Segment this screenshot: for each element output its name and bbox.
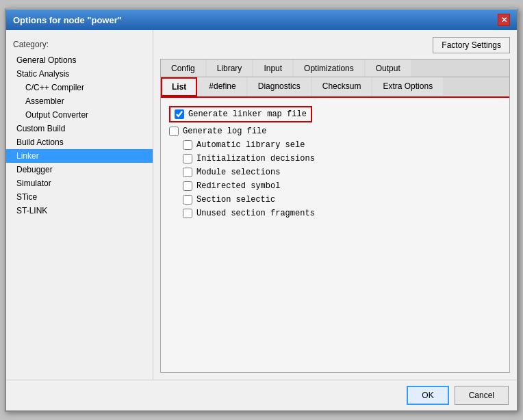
dialog: Options for node "power" ✕ Category: Gen…	[5, 8, 518, 412]
sidebar-item-assembler[interactable]: Assembler	[6, 94, 153, 108]
sub-option-label: Section selectic	[196, 195, 275, 205]
tab-library[interactable]: Library	[207, 60, 253, 77]
sidebar-item-simulator[interactable]: Simulator	[6, 176, 153, 190]
cancel-button[interactable]: Cancel	[455, 386, 509, 405]
tab-content: Generate linker map fileGenerate log fil…	[161, 98, 509, 372]
sub-option-automatic-library-sele: Automatic library sele	[183, 140, 501, 150]
generate-map-checkbox[interactable]	[175, 109, 184, 119]
sidebar-item-static-analysis[interactable]: Static Analysis	[6, 67, 153, 81]
sidebar-item-st-link[interactable]: ST-LINK	[6, 204, 153, 218]
title-bar: Options for node "power" ✕	[6, 10, 517, 30]
dialog-footer: OK Cancel	[6, 380, 517, 410]
sidebar-item-stice[interactable]: STice	[6, 190, 153, 204]
sub-option-checkbox[interactable]	[183, 154, 192, 163]
generate-log-label: Generate log file	[183, 127, 266, 136]
generate-log-row: Generate log file	[169, 127, 501, 136]
sidebar-item-debugger[interactable]: Debugger	[6, 163, 153, 176]
sub-option-initialization-decisions: Initialization decisions	[183, 154, 501, 163]
sub-option-checkbox[interactable]	[183, 140, 192, 150]
sidebar-item-general-options[interactable]: General Options	[6, 53, 153, 67]
tab-input[interactable]: Input	[253, 60, 292, 77]
category-label: Category:	[6, 37, 153, 53]
content-panel: ConfigLibraryInputOptimizationsOutput Li…	[160, 59, 510, 373]
generate-log-checkbox[interactable]	[169, 127, 179, 136]
sub-option-unused-section-fragments: Unused section fragments	[183, 209, 501, 218]
tab-config[interactable]: Config	[161, 60, 205, 77]
tab-checksum[interactable]: Checksum	[312, 77, 372, 96]
sub-option-label: Unused section fragments	[196, 209, 315, 218]
sub-option-redirected-symbol: Redirected symbol	[183, 181, 501, 191]
tab-row-2: List#defineDiagnosticsChecksumExtra Opti…	[161, 77, 509, 98]
sub-option-label: Module selections	[196, 168, 280, 177]
tab-output[interactable]: Output	[366, 60, 411, 77]
sub-option-label: Automatic library sele	[196, 140, 305, 150]
sub-option-label: Initialization decisions	[196, 154, 315, 163]
title-bar-buttons: ✕	[498, 14, 510, 26]
sidebar-item-build-actions[interactable]: Build Actions	[6, 135, 153, 149]
sub-option-label: Redirected symbol	[196, 181, 280, 191]
tab-list[interactable]: List	[161, 77, 197, 96]
sub-option-checkbox[interactable]	[183, 168, 192, 177]
dialog-body: Category: General OptionsStatic Analysis…	[6, 30, 517, 380]
tab-diagnostics[interactable]: Diagnostics	[248, 77, 311, 96]
sub-option-module-selections: Module selections	[183, 168, 501, 177]
factory-settings-bar: Factory Settings	[160, 37, 510, 53]
dialog-title: Options for node "power"	[13, 15, 122, 25]
generate-map-label: Generate linker map file	[188, 109, 307, 119]
sidebar: Category: General OptionsStatic Analysis…	[6, 30, 153, 380]
generate-map-row: Generate linker map file	[169, 106, 312, 122]
sub-option-checkbox[interactable]	[183, 195, 192, 205]
main-content: Factory Settings ConfigLibraryInputOptim…	[153, 30, 517, 380]
tab-extra-options[interactable]: Extra Options	[372, 77, 443, 96]
tab-row-1: ConfigLibraryInputOptimizationsOutput	[161, 60, 509, 77]
sidebar-item-custom-build[interactable]: Custom Build	[6, 122, 153, 135]
factory-settings-button[interactable]: Factory Settings	[433, 37, 510, 53]
tab-optimizations[interactable]: Optimizations	[294, 60, 364, 77]
tab--define[interactable]: #define	[199, 77, 246, 96]
ok-button[interactable]: OK	[407, 386, 448, 405]
sidebar-item-linker[interactable]: Linker	[6, 149, 153, 163]
sidebar-item-cpp-compiler[interactable]: C/C++ Compiler	[6, 81, 153, 94]
sub-option-section-selectic: Section selectic	[183, 195, 501, 205]
close-button[interactable]: ✕	[498, 14, 510, 26]
sub-option-checkbox[interactable]	[183, 209, 192, 218]
sub-option-checkbox[interactable]	[183, 181, 192, 191]
sidebar-item-output-converter[interactable]: Output Converter	[6, 108, 153, 122]
